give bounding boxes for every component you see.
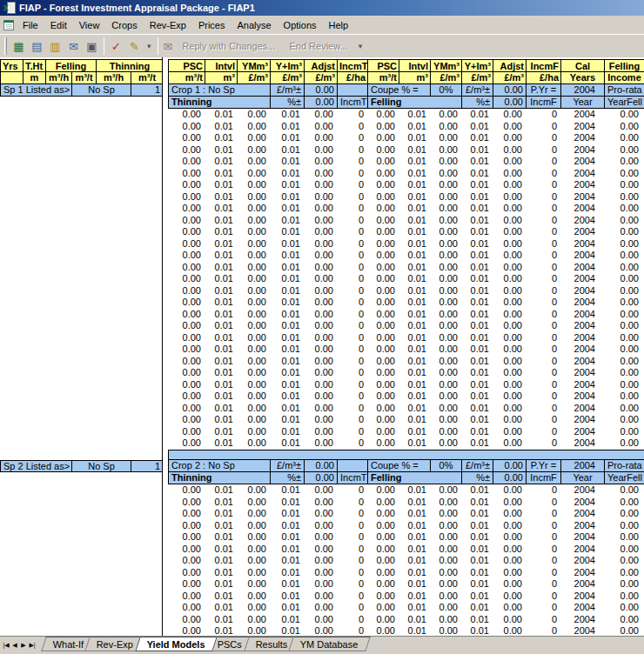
cell[interactable]: 0.01 <box>205 250 237 262</box>
cell[interactable]: 0 <box>526 497 560 509</box>
cell[interactable]: 2004 <box>560 437 604 450</box>
cell[interactable]: 0 <box>526 250 560 262</box>
cell[interactable]: 0.01 <box>461 390 493 403</box>
cell[interactable]: 0.00 <box>430 144 461 157</box>
cell[interactable]: 2004 <box>560 262 604 274</box>
felling-label[interactable]: Felling <box>368 472 462 484</box>
thin-pct-value[interactable]: 0.00 <box>305 472 338 484</box>
cell[interactable]: 0.00 <box>367 437 399 450</box>
cell[interactable]: 2004 <box>560 144 604 157</box>
cell[interactable]: 0.00 <box>237 179 270 191</box>
column-header[interactable]: Felling <box>605 60 644 72</box>
cell[interactable]: 0.00 <box>237 567 270 579</box>
cell[interactable]: 2004 <box>560 121 604 133</box>
cell[interactable]: 0.00 <box>604 520 644 532</box>
cell[interactable]: 0.00 <box>493 132 526 144</box>
cell[interactable]: 0 <box>337 344 367 356</box>
cell[interactable]: 0.00 <box>168 414 205 426</box>
cell[interactable]: 0.00 <box>604 262 644 274</box>
cell[interactable]: 0.00 <box>493 356 526 368</box>
cell[interactable]: 0.01 <box>205 356 237 368</box>
cell[interactable]: 0.01 <box>399 109 430 121</box>
cell[interactable]: 0.01 <box>270 226 304 238</box>
cell[interactable]: 0.01 <box>461 403 493 415</box>
cell[interactable]: 0.00 <box>367 262 399 274</box>
cell[interactable]: 0.00 <box>604 179 644 191</box>
cell[interactable]: 0.01 <box>270 144 304 157</box>
cell[interactable]: 0 <box>526 144 560 157</box>
cell[interactable]: 0.01 <box>399 226 430 238</box>
menu-item-rev-exp[interactable]: Rev-Exp <box>144 17 192 33</box>
first-sheet-button[interactable]: |◀ <box>2 638 10 652</box>
cell[interactable]: 0.00 <box>237 403 270 415</box>
cell[interactable]: 0.00 <box>304 508 337 520</box>
cell[interactable]: 0.01 <box>461 309 493 321</box>
cell[interactable]: 0.01 <box>399 285 430 297</box>
cell[interactable]: 0.01 <box>399 555 430 567</box>
cell[interactable]: 0.01 <box>399 332 430 344</box>
cell[interactable]: 0.00 <box>237 508 270 520</box>
cell[interactable]: 0.00 <box>367 156 399 168</box>
cell[interactable]: 0.00 <box>367 332 399 344</box>
cell[interactable]: 0.00 <box>430 625 461 636</box>
cell[interactable]: 0.00 <box>493 191 526 204</box>
cell[interactable]: 2004 <box>560 191 604 204</box>
cell[interactable]: 0.00 <box>168 297 205 309</box>
cell[interactable]: 0.01 <box>461 625 493 636</box>
cell[interactable]: 0.00 <box>430 109 461 121</box>
cell[interactable]: 0.00 <box>168 250 205 262</box>
cell[interactable]: 0.00 <box>367 625 399 636</box>
cell[interactable]: 0.01 <box>399 520 430 532</box>
cell[interactable]: 0.01 <box>270 273 304 285</box>
cell[interactable]: 0 <box>526 109 560 121</box>
cell[interactable]: 0 <box>526 309 560 321</box>
cell[interactable]: 0.00 <box>604 226 644 238</box>
toolbar-grip[interactable] <box>4 37 7 55</box>
cell[interactable]: 0 <box>526 390 560 403</box>
cell[interactable]: 0.01 <box>399 121 430 133</box>
cell[interactable]: 0.01 <box>205 226 237 238</box>
cell[interactable]: 2004 <box>560 390 604 403</box>
cell[interactable]: 0.00 <box>604 121 644 133</box>
cell[interactable]: 0.00 <box>168 531 205 544</box>
cell[interactable]: 0.00 <box>493 390 526 403</box>
cell[interactable]: 0.01 <box>205 215 237 227</box>
column-header[interactable]: PSC <box>169 60 205 72</box>
cell[interactable]: 0.00 <box>604 109 644 121</box>
cell[interactable]: 0.00 <box>604 379 644 391</box>
cell[interactable]: 0.00 <box>367 168 399 180</box>
cell[interactable]: 0.00 <box>367 531 399 544</box>
menu-item-analyse[interactable]: Analyse <box>231 17 277 33</box>
cell[interactable]: 0.01 <box>205 625 237 636</box>
cell[interactable]: 0.00 <box>304 238 337 250</box>
cell[interactable]: 0.00 <box>367 602 399 614</box>
cell[interactable]: 0.00 <box>493 426 526 438</box>
cell[interactable]: 0.01 <box>270 332 304 344</box>
fell-pct-value[interactable]: 0.00 <box>493 97 527 109</box>
cell[interactable]: 0.00 <box>604 297 644 309</box>
column-header[interactable]: Yrs <box>1 60 23 72</box>
cell[interactable]: 0.00 <box>168 109 205 121</box>
cell[interactable]: 0.01 <box>399 508 430 520</box>
cell[interactable]: 0 <box>337 203 367 215</box>
cell[interactable]: 0.00 <box>430 602 461 614</box>
cell[interactable]: 0 <box>526 484 560 497</box>
cell[interactable]: 0 <box>337 520 367 532</box>
cell[interactable]: 0.01 <box>205 367 237 379</box>
cell[interactable]: 0.00 <box>168 555 205 567</box>
cell[interactable]: 2004 <box>560 614 604 626</box>
cell[interactable]: 0.00 <box>168 203 205 215</box>
cell[interactable]: 0.01 <box>399 144 430 157</box>
cell[interactable]: 0.00 <box>304 309 337 321</box>
cell[interactable]: 0.00 <box>430 567 461 579</box>
cell[interactable]: 0.00 <box>430 390 461 403</box>
cell[interactable]: 0.00 <box>168 484 205 497</box>
cell[interactable]: 0 <box>337 567 367 579</box>
column-header[interactable]: Y+Im³ <box>271 60 305 72</box>
cell[interactable]: 0.00 <box>304 273 337 285</box>
cell[interactable]: 0.00 <box>168 262 205 274</box>
cell[interactable]: 0.01 <box>399 403 430 415</box>
cell[interactable]: 0.01 <box>205 578 237 591</box>
cell[interactable]: 0.01 <box>270 379 304 391</box>
cell[interactable]: 0 <box>337 273 367 285</box>
